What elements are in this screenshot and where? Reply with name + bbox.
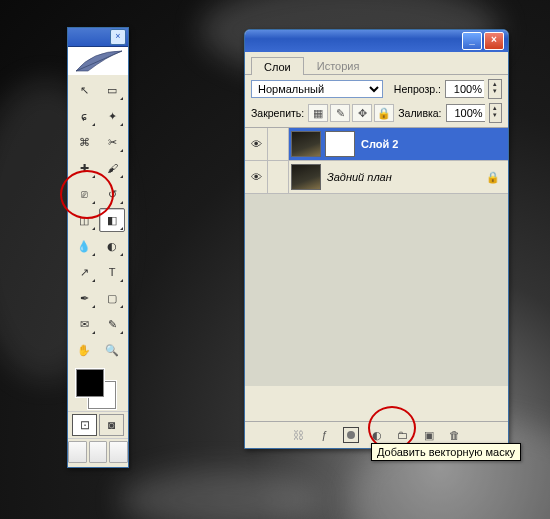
- layer-row[interactable]: 👁Слой 2: [245, 128, 508, 161]
- lock-position-button[interactable]: ✥: [352, 104, 372, 122]
- tool-pen[interactable]: ✒: [71, 286, 97, 310]
- tool-grid: ↖▭ɕ✦⌘✂✚🖌⎚↺◫◧💧◐↗T✒▢✉✎✋🔍: [68, 75, 128, 365]
- lock-pixels-button[interactable]: ✎: [330, 104, 350, 122]
- tool-path-select[interactable]: ↗: [71, 260, 97, 284]
- tool-eyedropper[interactable]: ✎: [99, 312, 125, 336]
- footer-delete-button[interactable]: 🗑: [447, 427, 463, 443]
- tool-magic-wand[interactable]: ✦: [99, 104, 125, 128]
- mask-thumbnail[interactable]: [325, 131, 355, 157]
- tab-layers[interactable]: Слои: [251, 57, 304, 75]
- tool-history-brush[interactable]: ↺: [99, 182, 125, 206]
- tool-notes[interactable]: ✉: [71, 312, 97, 336]
- toolbox-header-feather: [68, 47, 128, 75]
- layer-thumbnail[interactable]: [291, 131, 321, 157]
- layers-titlebar[interactable]: _ ×: [245, 30, 508, 52]
- tool-blur[interactable]: 💧: [71, 234, 97, 258]
- tool-hand[interactable]: ✋: [71, 338, 97, 362]
- standard-mode-button[interactable]: ⊡: [72, 414, 97, 436]
- tool-type[interactable]: T: [99, 260, 125, 284]
- tooltip-add-vector-mask: Добавить векторную маску: [371, 443, 521, 461]
- layer-name-label: Слой 2: [361, 138, 398, 150]
- blend-mode-select[interactable]: Нормальный: [251, 80, 383, 98]
- fill-spinner[interactable]: ▴▾: [489, 103, 502, 123]
- layer-thumbnail[interactable]: [291, 164, 321, 190]
- lock-all-button[interactable]: 🔒: [374, 104, 394, 122]
- fill-label: Заливка:: [398, 107, 441, 119]
- tool-slice[interactable]: ✂: [99, 130, 125, 154]
- color-swatches: [68, 365, 128, 411]
- tool-crop[interactable]: ⌘: [71, 130, 97, 154]
- quickmask-mode-button[interactable]: ◙: [99, 414, 124, 436]
- svg-line-0: [76, 51, 122, 71]
- fill-input[interactable]: [446, 104, 485, 122]
- tool-move[interactable]: ↖: [71, 78, 97, 102]
- screenmode-row: [68, 438, 128, 467]
- visibility-toggle[interactable]: 👁: [245, 161, 268, 193]
- quickmask-row: ⊡ ◙: [68, 411, 128, 438]
- lock-icon: 🔒: [486, 171, 500, 184]
- layer-row[interactable]: 👁Задний план🔒: [245, 161, 508, 194]
- link-cell[interactable]: [268, 161, 289, 193]
- tool-lasso[interactable]: ɕ: [71, 104, 97, 128]
- toolbox-panel: × ↖▭ɕ✦⌘✂✚🖌⎚↺◫◧💧◐↗T✒▢✉✎✋🔍 ⊡ ◙: [67, 27, 129, 468]
- screenmode-full[interactable]: [109, 441, 128, 463]
- panel-tabbar: Слои История: [245, 52, 508, 75]
- lock-transparent-button[interactable]: ▦: [308, 104, 328, 122]
- screenmode-full-menubar[interactable]: [89, 441, 108, 463]
- tool-healing-brush[interactable]: ✚: [71, 156, 97, 180]
- panel-minimize-button[interactable]: _: [462, 32, 482, 50]
- foreground-color-swatch[interactable]: [76, 369, 104, 397]
- layers-list: 👁Слой 2👁Задний план🔒: [245, 128, 508, 386]
- opacity-label: Непрозр.:: [394, 83, 441, 95]
- layer-options: Нормальный Непрозр.: ▴▾ Закрепить: ▦✎✥🔒 …: [245, 75, 508, 128]
- footer-new-layer-button[interactable]: ▣: [421, 427, 437, 443]
- add-mask-icon: [343, 427, 359, 443]
- layer-name-label: Задний план: [327, 171, 392, 183]
- footer-new-group-button[interactable]: 🗀: [395, 427, 411, 443]
- tool-shape[interactable]: ▢: [99, 286, 125, 310]
- visibility-toggle[interactable]: 👁: [245, 128, 268, 160]
- screenmode-standard[interactable]: [68, 441, 87, 463]
- tool-rect-marquee[interactable]: ▭: [99, 78, 125, 102]
- footer-add-mask-button[interactable]: [343, 427, 359, 443]
- tool-brush[interactable]: 🖌: [99, 156, 125, 180]
- panel-close-button[interactable]: ×: [484, 32, 504, 50]
- footer-layer-style-button[interactable]: ƒ: [317, 427, 333, 443]
- opacity-spinner[interactable]: ▴▾: [488, 79, 502, 99]
- layers-panel: _ × Слои История Нормальный Непрозр.: ▴▾…: [244, 29, 509, 449]
- toolbox-close-button[interactable]: ×: [110, 29, 126, 45]
- toolbox-titlebar[interactable]: ×: [68, 28, 128, 47]
- tool-zoom[interactable]: 🔍: [99, 338, 125, 362]
- footer-new-fill-adjust-button[interactable]: ◐: [369, 427, 385, 443]
- footer-link-button: ⛓: [291, 427, 307, 443]
- tool-eraser[interactable]: ◫: [71, 208, 97, 232]
- link-cell[interactable]: [268, 128, 289, 160]
- tool-gradient[interactable]: ◧: [99, 208, 125, 232]
- lock-label: Закрепить:: [251, 107, 304, 119]
- tool-clone-stamp[interactable]: ⎚: [71, 182, 97, 206]
- tab-history[interactable]: История: [304, 56, 373, 74]
- opacity-input[interactable]: [445, 80, 484, 98]
- tool-dodge[interactable]: ◐: [99, 234, 125, 258]
